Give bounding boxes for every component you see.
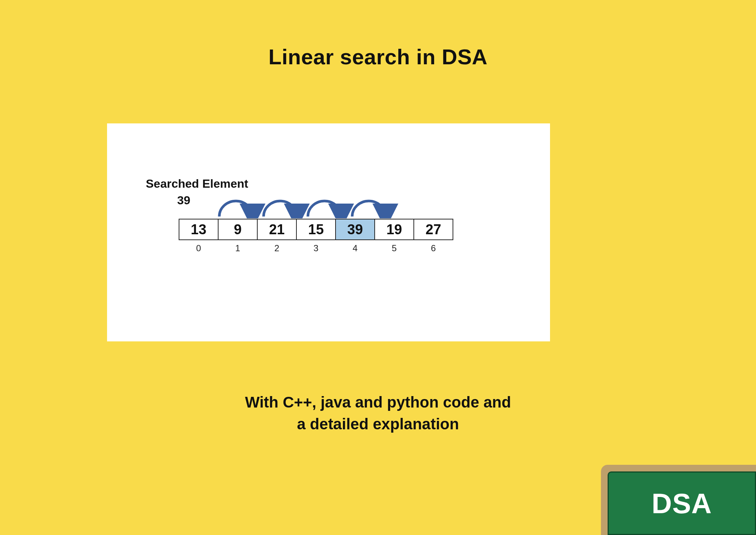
index-label: 2 — [257, 243, 297, 253]
searched-element-label: Searched Element — [146, 177, 248, 191]
badge-frame: DSA — [601, 465, 756, 535]
subtitle-line-2: a detailed explanation — [297, 415, 459, 433]
badge-inner: DSA — [608, 471, 756, 535]
subtitle-line-1: With C++, java and python code and — [245, 393, 511, 411]
subtitle: With C++, java and python code and a det… — [0, 392, 756, 435]
hop-arrows — [212, 194, 404, 218]
diagram-panel: Searched Element 39 13 9 21 15 39 19 27 … — [107, 123, 550, 341]
array-cell: 27 — [413, 219, 453, 240]
array-cell: 13 — [179, 219, 219, 240]
index-label: 3 — [296, 243, 336, 253]
array-cell-highlight: 39 — [335, 219, 375, 240]
array-row: 13 9 21 15 39 19 27 — [179, 219, 453, 240]
page-title: Linear search in DSA — [0, 44, 756, 69]
badge-text: DSA — [652, 487, 712, 519]
array-cell: 9 — [218, 219, 258, 240]
index-label: 6 — [413, 243, 453, 253]
index-row: 0 1 2 3 4 5 6 — [179, 243, 453, 253]
array-cell: 21 — [257, 219, 297, 240]
index-label: 5 — [374, 243, 414, 253]
index-label: 4 — [335, 243, 375, 253]
searched-element-value: 39 — [177, 194, 190, 207]
array-cell: 15 — [296, 219, 336, 240]
array-cell: 19 — [374, 219, 414, 240]
index-label: 1 — [218, 243, 258, 253]
index-label: 0 — [179, 243, 219, 253]
